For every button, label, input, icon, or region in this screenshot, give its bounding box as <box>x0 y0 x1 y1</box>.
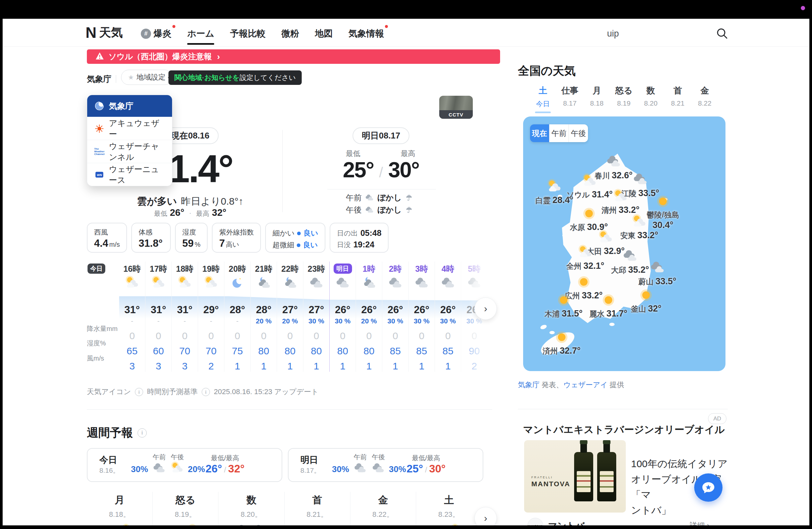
hourly-next-button[interactable]: › <box>475 297 497 320</box>
tomorrow-max: 30° <box>388 157 419 182</box>
nav-item[interactable]: # 予報比較 <box>230 24 265 43</box>
min-temp: 26° <box>206 462 222 475</box>
hour-precip-amount: 0 <box>119 330 145 341</box>
map-city: 全州 32.1° <box>566 245 604 271</box>
umbrella-icon <box>405 194 413 202</box>
sidebar-day-tab[interactable]: 金 8.22 <box>691 85 718 113</box>
right-black-bar <box>809 0 812 529</box>
sidebar-day-tab[interactable]: 仕事 8.17 <box>556 85 583 113</box>
hour-wind: 1 <box>409 361 435 372</box>
dot-separator: ・ <box>187 209 193 218</box>
cctv-label: CCTV <box>439 110 473 119</box>
weekly-day[interactable]: 月 8.18。 <box>87 492 152 529</box>
weekly-day[interactable]: 土 8.23。 <box>416 492 482 529</box>
day-date: 8.23。 <box>416 510 482 519</box>
tab-day: 数 <box>637 85 664 97</box>
city-weather-icon <box>632 214 647 230</box>
provider-menu-item[interactable]: アキュウェザー <box>87 117 172 140</box>
ad-product-image[interactable]: FRATELLI MANTOVA <box>524 440 626 513</box>
icon-note: 天気アイコン <box>87 387 131 397</box>
nav-item[interactable]: # 気象情報 <box>348 24 384 43</box>
sidebar-day-tab[interactable]: 数 8.20 <box>637 85 664 113</box>
condition-text: 雲が多い <box>137 195 177 208</box>
tab-date: 今日 <box>530 99 556 108</box>
weekly-day[interactable]: 金 8.22。 <box>350 492 416 529</box>
hour-precip-chance: 30 % <box>409 315 435 326</box>
source-label[interactable]: 気象庁 <box>87 74 112 85</box>
hourly-column: 3時 26° 30 % 0 85 1 <box>408 262 435 372</box>
hourly-forecast: 今日 降水量mm 湿度% 風m/s 16時 31° - 0 65 3 17時 3… <box>87 262 492 374</box>
nav-item[interactable]: # ホーム <box>187 24 214 43</box>
map-segment[interactable]: 現在 <box>530 124 549 142</box>
ad-title[interactable]: マントバエキストラバージンオリーブオイル <box>523 423 728 437</box>
search-box[interactable]: uip <box>607 26 729 42</box>
map-segment[interactable]: 午後 <box>568 124 588 142</box>
pm-weather-icon <box>372 461 385 475</box>
hour-temperature: 26° <box>330 304 356 315</box>
search-input[interactable]: uip <box>607 29 619 39</box>
cctv-thumbnail[interactable]: CCTV <box>439 96 473 119</box>
kma-link[interactable]: 気象庁 <box>518 381 540 389</box>
hour-humidity: 85 <box>409 346 435 357</box>
search-icon[interactable] <box>715 27 729 40</box>
nav-item-label: 微粉 <box>281 28 299 40</box>
sidebar-day-tab[interactable]: 土 今日 <box>530 85 556 113</box>
sidebar-day-tab[interactable]: 首 8.21 <box>664 85 691 113</box>
weekly-day[interactable]: 首 8.21。 <box>284 492 350 529</box>
hour-precip-chance: - <box>119 315 145 326</box>
sidebar-day-tab[interactable]: 怒る 8.19 <box>610 85 637 113</box>
info-icon[interactable]: i <box>202 388 210 396</box>
hash-icon: # <box>141 29 151 39</box>
chat-fab-button[interactable] <box>694 473 723 502</box>
hour-precip-chance: 20 % <box>356 315 382 326</box>
tomorrow-minmax: 25° / 30° <box>343 157 419 182</box>
max-value: 32° <box>212 207 226 218</box>
hourly-column: 1時 26° 20 % 0 80 1 <box>356 262 382 372</box>
provider-selected[interactable]: 気象庁 <box>87 95 172 117</box>
weekly-title: 週間予報 <box>87 425 133 441</box>
nav-item[interactable]: # 爆炎 <box>141 24 171 43</box>
weekly-cards: 今日 8.16。 30% 午前 午後 20% 最低/最高 26° / 32° 明… <box>87 448 483 482</box>
hour-precip-chance: - <box>198 315 224 326</box>
sidebar-day-tab[interactable]: 月 8.18 <box>583 85 610 113</box>
new-badge-dot <box>172 25 175 28</box>
tab-day: 仕事 <box>556 85 583 97</box>
weekly-day-card[interactable]: 今日 8.16。 30% 午前 午後 20% 最低/最高 26° / 32° <box>87 448 282 482</box>
city-weather-icon <box>577 245 593 260</box>
day-name: 月 <box>87 494 152 507</box>
max-temp: 32° <box>228 462 245 475</box>
info-icon[interactable]: i <box>135 388 143 396</box>
hour-label: 21時 <box>255 264 272 274</box>
provider-selected-label: 気象庁 <box>109 101 134 112</box>
map-segment[interactable]: 午前 <box>549 124 568 142</box>
card-date: 8.17。 <box>300 466 321 475</box>
city-name: 春川 <box>595 171 610 181</box>
logo-n-icon: N <box>86 24 96 42</box>
nav-item-label: 爆炎 <box>154 28 171 40</box>
tooltip-highlight: 関心地域·お知らせを <box>174 73 240 82</box>
hour-label: 17時 <box>150 264 167 274</box>
nav-item[interactable]: # 地図 <box>315 24 333 43</box>
hour-precip-chance: - <box>145 315 171 326</box>
weekly-day[interactable]: 怒る 8.19。 <box>152 492 218 529</box>
weekly-day[interactable]: 数 8.20。 <box>218 492 284 529</box>
info-icon[interactable]: i <box>137 428 147 438</box>
region-settings-button[interactable]: ★ 地域設定 <box>121 70 172 85</box>
hour-wind: 1 <box>382 361 408 372</box>
weathereye-link[interactable]: ウェザーアイ <box>563 381 608 389</box>
period-label: 午後 <box>346 205 362 215</box>
logo[interactable]: N 天気 <box>86 24 123 42</box>
provider-menu-item[interactable]: WN ウェザーニュース <box>87 163 172 186</box>
current-minmax: 最低 26° ・ 最高 32° <box>154 207 226 218</box>
hour-label: 23時 <box>308 264 325 274</box>
provider-menu-item[interactable]: TheWeatherChannel ウェザーチャンネル <box>87 140 172 163</box>
pm-precip-chance: 20% <box>188 464 205 474</box>
weekly-day-card[interactable]: 明日 8.17。 30% 午前 午後 30% 最低/最高 25° / 30° <box>288 448 483 482</box>
weather-alert-banner[interactable]: ソウル（西北圏）爆炎注意報 › <box>87 49 500 64</box>
hour-wind: 1 <box>435 361 461 372</box>
stat-chip: 紫外線指数 7 高い <box>212 223 261 253</box>
provider-logo-icon <box>95 124 104 134</box>
tab-day: 怒る <box>610 85 637 97</box>
tab-date: 8.19 <box>610 99 637 107</box>
nav-item[interactable]: # 微粉 <box>281 24 299 43</box>
